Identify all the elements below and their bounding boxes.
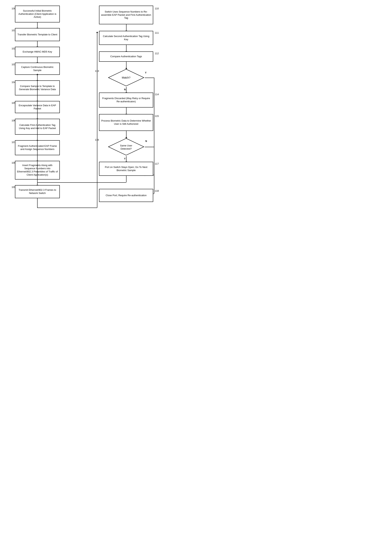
no-label-113: N: [124, 88, 126, 91]
line-loop-h: [37, 182, 126, 183]
box-101: Transfer Biometric Template to Client: [15, 28, 60, 41]
box-100: Successful Initial Biometric Authenticat…: [15, 6, 60, 22]
svg-text:Same User: Same User: [120, 144, 132, 147]
line-109-bottom: [37, 198, 37, 208]
label-110: 110: [155, 7, 159, 10]
arrow-115-116: [126, 131, 126, 137]
box-102: Exchange HMAC-MD5 Key: [15, 47, 60, 57]
arrow-101-102: [37, 41, 37, 47]
label-116: 116: [95, 138, 99, 141]
arrow-100-101: [37, 22, 37, 28]
arrow-111-112: [126, 45, 126, 52]
label-118: 118: [155, 189, 159, 192]
line-116-n-right: [145, 147, 154, 147]
box-117: Port on Switch Stays Open; Go To Next Bi…: [99, 162, 153, 176]
box-103: Capture Continuous Biometric Sample: [15, 63, 60, 75]
yes-label-116: Y: [124, 157, 126, 160]
label-117: 117: [155, 162, 159, 165]
svg-text:Match?: Match?: [122, 76, 131, 79]
arrow-116-117: [126, 156, 126, 162]
yes-label-113: Y: [145, 71, 146, 74]
label-111: 111: [155, 31, 159, 34]
arrow-114-115: [126, 108, 126, 114]
line-113-y-right: [145, 78, 154, 78]
svg-text:Detected?: Detected?: [121, 147, 131, 150]
arrow-102-103: [37, 57, 37, 63]
line-117-down: [126, 176, 126, 182]
label-112: 112: [155, 52, 159, 55]
box-112: Compare Authentication Tags: [99, 52, 153, 62]
label-113: 113: [95, 70, 99, 72]
no-label-116: N: [145, 140, 147, 142]
box-115: Process Biometric Data to Determine Whet…: [99, 114, 153, 131]
label-115: 115: [155, 115, 159, 118]
box-118: Close Port; Require Re-authentication: [99, 189, 153, 202]
flowchart-diagram: 100 Successful Initial Biometric Authent…: [4, 4, 164, 224]
box-114: Fragments Discarded (May Retry or Requir…: [99, 93, 153, 108]
line-up-to-110: [97, 33, 97, 208]
diamond-113: Match?: [107, 68, 145, 87]
label-114: 114: [155, 93, 159, 96]
line-116-n-down: [154, 147, 154, 194]
arrow-110-111: [126, 24, 126, 31]
line-bottom-h: [37, 208, 97, 208]
box-111: Calculate Second Authentication Tag Usin…: [99, 31, 153, 45]
arrow-112-113: [126, 62, 126, 68]
arrow-loop-up: [37, 75, 37, 182]
diamond-116: Same User Detected?: [107, 137, 145, 156]
arrow-113-114: [126, 87, 126, 93]
box-110: Switch Uses Sequence Numbers to Re-assem…: [99, 6, 153, 24]
box-109: Transmit Ethernet/802.3 Frames to Networ…: [15, 185, 60, 198]
